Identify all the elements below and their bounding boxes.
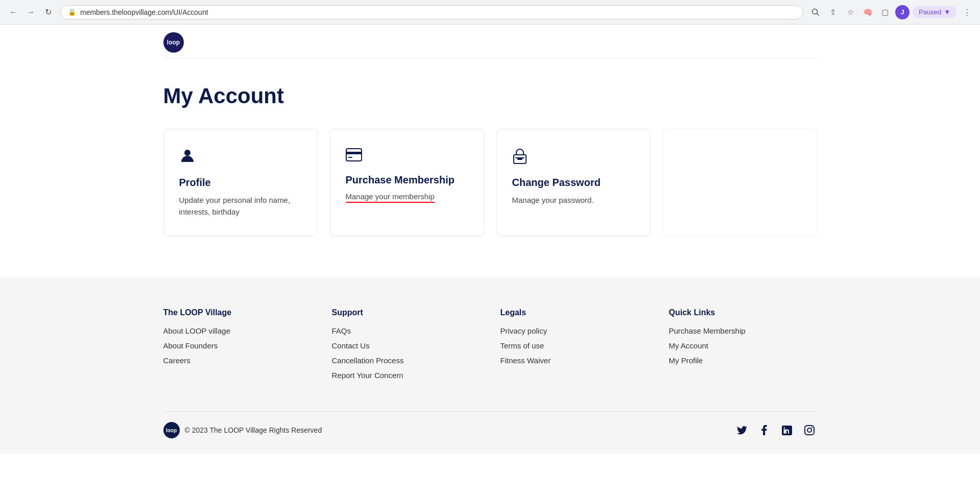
cards-grid: Profile Update your personal info name, … [163,129,817,237]
footer-col-loop-village: The LOOP Village About LOOP village Abou… [163,308,312,386]
window-icon[interactable]: ▢ [878,5,892,19]
instagram-icon[interactable] [802,422,817,438]
footer-link-about-founders[interactable]: About Founders [163,341,312,350]
footer-col-support-title: Support [332,308,480,317]
svg-point-2 [184,150,190,156]
footer-col-legals-title: Legals [500,308,649,317]
address-bar[interactable]: 🔒 members.theloopvillage.com/UI/Account [60,5,803,19]
change-password-card[interactable]: Change Password Manage your password. [496,129,651,237]
svg-point-10 [807,428,811,432]
search-icon[interactable] [808,5,823,19]
footer-quick-link-my-profile[interactable]: My Profile [669,356,817,365]
footer-col-quick-links-title: Quick Links [669,308,817,317]
svg-rect-5 [348,157,352,158]
footer-link-report-concern[interactable]: Report Your Concern [332,371,480,380]
back-button[interactable]: ← [6,5,20,19]
footer-link-contact-us[interactable]: Contact Us [332,341,480,350]
reload-button[interactable]: ↻ [41,5,55,19]
menu-icon[interactable]: ⋮ [960,5,974,19]
profile-badge[interactable]: J [895,5,910,19]
copyright-text: © 2023 The LOOP Village Rights Reserved [185,426,322,434]
paused-button[interactable]: Paused ▼ [913,6,957,18]
change-password-card-title: Change Password [512,177,635,189]
top-bar: loop [163,25,817,58]
svg-line-1 [817,13,819,15]
footer-columns: The LOOP Village About LOOP village Abou… [163,308,817,386]
footer-link-privacy-policy[interactable]: Privacy policy [500,326,649,335]
profile-card-desc: Update your personal info name, interest… [179,195,302,218]
footer-col-legals: Legals Privacy policy Terms of use Fitne… [500,308,649,386]
lock-icon: 🔒 [68,8,76,16]
browser-chrome: ← → ↻ 🔒 members.theloopvillage.com/UI/Ac… [0,0,980,25]
footer-quick-link-my-account[interactable]: My Account [669,341,817,350]
footer-col-support: Support FAQs Contact Us Cancellation Pro… [332,308,480,386]
browser-nav-buttons: ← → ↻ [6,5,55,19]
bookmark-icon[interactable]: ☆ [843,5,857,19]
purchase-membership-card-title: Purchase Membership [346,174,468,186]
footer-logo: loop [163,422,180,438]
footer: The LOOP Village About LOOP village Abou… [0,277,980,454]
profile-card-title: Profile [179,177,302,189]
profile-card[interactable]: Profile Update your personal info name, … [163,129,318,237]
change-password-card-desc: Manage your password. [512,195,635,206]
empty-card [663,129,817,237]
social-icons [734,422,817,438]
footer-link-fitness-waiver[interactable]: Fitness Waiver [500,356,649,365]
svg-rect-3 [346,149,362,161]
footer-link-careers[interactable]: Careers [163,356,312,365]
footer-bottom: loop © 2023 The LOOP Village Rights Rese… [163,411,817,438]
manage-membership-link[interactable]: Manage your membership [346,192,435,201]
purchase-membership-card[interactable]: Purchase Membership Manage your membersh… [330,129,484,237]
share-icon[interactable]: ⇧ [826,5,840,19]
svg-rect-8 [515,157,524,158]
footer-link-faqs[interactable]: FAQs [332,326,480,335]
footer-link-terms-of-use[interactable]: Terms of use [500,341,649,350]
footer-col-quick-links: Quick Links Purchase Membership My Accou… [669,308,817,386]
page-content: loop My Account Profile Update your pers… [133,25,848,237]
forward-button[interactable]: → [23,5,38,19]
url-text: members.theloopvillage.com/UI/Account [80,8,208,16]
logo[interactable]: loop [163,32,184,53]
footer-inner: The LOOP Village About LOOP village Abou… [133,308,848,438]
twitter-icon[interactable] [734,422,750,438]
svg-rect-4 [346,152,362,154]
svg-rect-9 [805,426,814,435]
footer-link-about-loop[interactable]: About LOOP village [163,326,312,335]
footer-copyright: loop © 2023 The LOOP Village Rights Rese… [163,422,322,438]
footer-quick-link-purchase[interactable]: Purchase Membership [669,326,817,335]
browser-actions: ⇧ ☆ 🧠 ▢ J Paused ▼ ⋮ [808,5,974,19]
card-payment-icon [346,148,468,165]
svg-point-11 [811,427,812,428]
lock-password-icon [512,148,635,168]
footer-link-cancellation[interactable]: Cancellation Process [332,356,480,365]
person-icon [179,148,302,168]
linkedin-icon[interactable] [779,422,795,438]
page-title: My Account [163,84,817,108]
facebook-icon[interactable] [757,422,772,438]
extensions-icon[interactable]: 🧠 [861,5,875,19]
footer-col-loop-village-title: The LOOP Village [163,308,312,317]
svg-rect-7 [517,158,522,160]
